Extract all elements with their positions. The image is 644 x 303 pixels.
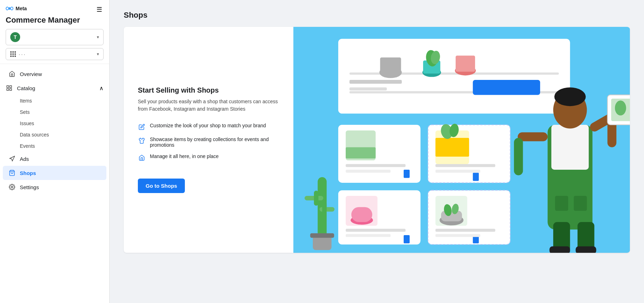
app-title: Commerce Manager bbox=[6, 16, 104, 25]
page-title: Shops bbox=[124, 11, 630, 20]
pencil-icon bbox=[138, 123, 146, 131]
svg-rect-65 bbox=[514, 138, 523, 175]
meta-logo-text: Meta bbox=[16, 6, 27, 11]
avatar: T bbox=[10, 32, 20, 42]
sidebar-item-items[interactable]: Items bbox=[17, 95, 106, 106]
feature-item-customize: Customize the look of your shop to match… bbox=[138, 123, 279, 131]
catalog-sub-items: Items Sets Issues Data sources Events bbox=[3, 95, 106, 152]
catalog-section: Catalog ∧ Items Sets Issues Data sources… bbox=[0, 81, 109, 152]
shops-label: Shops bbox=[20, 170, 101, 176]
shops-icon bbox=[8, 169, 16, 176]
svg-point-61 bbox=[554, 87, 586, 106]
svg-rect-63 bbox=[574, 196, 587, 211]
shirt-icon bbox=[138, 137, 146, 145]
catalog-icon bbox=[6, 85, 13, 92]
svg-rect-52 bbox=[305, 196, 323, 200]
svg-rect-11 bbox=[350, 80, 402, 84]
svg-rect-34 bbox=[435, 170, 480, 173]
svg-rect-39 bbox=[404, 235, 410, 243]
sidebar-item-issues[interactable]: Issues bbox=[17, 118, 106, 129]
svg-rect-32 bbox=[473, 173, 479, 181]
account-selector[interactable]: T ▾ bbox=[6, 29, 104, 45]
svg-rect-7 bbox=[338, 39, 570, 114]
sidebar-item-overview[interactable]: Overview bbox=[3, 67, 106, 81]
shops-illustration bbox=[293, 27, 630, 253]
feature-item-manage: Manage it all here, in one place bbox=[138, 153, 279, 162]
svg-rect-74 bbox=[576, 246, 596, 253]
catalog-name: · · · bbox=[19, 52, 97, 57]
sidebar-item-data-sources[interactable]: Data sources bbox=[17, 129, 106, 140]
overview-label: Overview bbox=[20, 71, 101, 77]
svg-rect-26 bbox=[346, 170, 391, 173]
svg-point-70 bbox=[615, 100, 626, 115]
svg-rect-0 bbox=[7, 86, 8, 87]
meta-logo-icon bbox=[6, 6, 13, 11]
svg-rect-53 bbox=[314, 191, 318, 205]
hamburger-button[interactable]: ☰ bbox=[95, 5, 104, 14]
svg-rect-55 bbox=[322, 202, 327, 213]
svg-rect-24 bbox=[404, 170, 410, 178]
catalog-header-left: Catalog bbox=[6, 85, 35, 92]
feature-showcase-text: Showcase items by creating collections f… bbox=[150, 136, 279, 148]
grid-icon bbox=[10, 51, 16, 57]
feature-list: Customize the look of your shop to match… bbox=[138, 123, 279, 167]
svg-rect-1 bbox=[10, 86, 12, 87]
catalog-label: Catalog bbox=[17, 85, 35, 91]
svg-rect-38 bbox=[351, 207, 372, 222]
svg-rect-23 bbox=[346, 147, 376, 158]
svg-rect-57 bbox=[310, 233, 334, 238]
shops-card-left: Start Selling with Shops Sell your produ… bbox=[124, 27, 293, 253]
catalog-expand-icon: ∧ bbox=[99, 85, 104, 92]
nav-section: Overview Catalog ∧ Items Sets bbox=[0, 64, 109, 197]
settings-label: Settings bbox=[20, 184, 101, 190]
svg-rect-12 bbox=[350, 87, 387, 90]
megaphone-icon bbox=[8, 155, 16, 162]
sidebar-item-ads[interactable]: Ads bbox=[3, 152, 106, 166]
illustration-container bbox=[293, 27, 630, 253]
svg-rect-2 bbox=[7, 89, 8, 91]
catalog-chevron-icon: ▾ bbox=[97, 52, 99, 57]
svg-rect-73 bbox=[550, 246, 570, 253]
feature-customize-text: Customize the look of your shop to match… bbox=[150, 123, 266, 128]
svg-rect-33 bbox=[435, 164, 495, 167]
svg-rect-49 bbox=[435, 229, 495, 232]
catalog-selector[interactable]: · · · ▾ bbox=[6, 48, 104, 60]
svg-rect-18 bbox=[456, 56, 475, 71]
store-icon bbox=[138, 154, 146, 162]
sidebar-item-shops[interactable]: Shops bbox=[3, 166, 106, 180]
shops-card-title: Start Selling with Shops bbox=[138, 86, 279, 94]
svg-rect-54 bbox=[320, 207, 334, 212]
shops-card-description: Sell your products easily with a shop th… bbox=[138, 98, 279, 113]
sidebar-item-sets[interactable]: Sets bbox=[17, 106, 106, 118]
feature-item-showcase: Showcase items by creating collections f… bbox=[138, 136, 279, 148]
account-chevron-icon: ▾ bbox=[97, 35, 99, 40]
svg-rect-59 bbox=[551, 125, 589, 170]
meta-logo: Meta bbox=[6, 6, 27, 11]
feature-manage-text: Manage it all here, in one place bbox=[150, 153, 219, 159]
svg-point-5 bbox=[11, 186, 13, 188]
svg-rect-29 bbox=[435, 138, 469, 157]
gear-icon bbox=[8, 183, 16, 191]
ads-label: Ads bbox=[20, 156, 101, 162]
go-to-shops-button[interactable]: Go to Shops bbox=[138, 179, 185, 193]
home-icon bbox=[8, 70, 16, 77]
svg-rect-10 bbox=[473, 80, 540, 95]
sidebar: Meta ☰ Commerce Manager T ▾ · · · bbox=[0, 0, 110, 303]
svg-rect-41 bbox=[346, 234, 391, 237]
illustration-svg bbox=[293, 27, 630, 253]
sidebar-item-catalog[interactable]: Catalog ∧ bbox=[3, 81, 106, 95]
shops-card: Start Selling with Shops Sell your produ… bbox=[124, 27, 630, 253]
main-content: Shops Start Selling with Shops Sell your… bbox=[110, 0, 644, 303]
svg-rect-14 bbox=[380, 58, 401, 74]
svg-rect-45 bbox=[441, 211, 462, 221]
sidebar-item-settings[interactable]: Settings bbox=[3, 180, 106, 194]
svg-rect-3 bbox=[10, 89, 12, 91]
svg-rect-40 bbox=[346, 229, 405, 232]
svg-rect-50 bbox=[435, 234, 480, 237]
svg-rect-25 bbox=[346, 164, 405, 167]
sidebar-header: Meta ☰ Commerce Manager T ▾ · · · bbox=[0, 0, 109, 64]
svg-rect-62 bbox=[555, 196, 568, 211]
sidebar-item-events[interactable]: Events bbox=[17, 140, 106, 152]
